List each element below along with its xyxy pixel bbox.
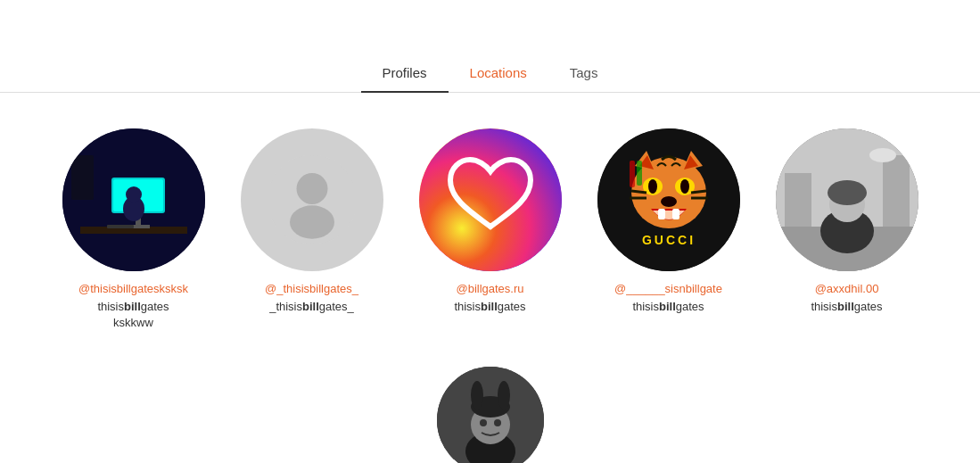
fullname-2: _thisisbillgates_	[269, 299, 354, 315]
svg-point-12	[290, 205, 334, 239]
svg-point-13	[419, 128, 562, 271]
profiles-grid: @thisisbillgatesksksk thisisbillgates ks…	[0, 128, 980, 331]
profile-card-5[interactable]: @axxdhil.00 thisisbillgates	[776, 128, 918, 331]
svg-point-46	[498, 381, 510, 409]
svg-rect-28	[630, 161, 635, 187]
username-3: @billgates.ru	[456, 282, 523, 295]
profile-card-1[interactable]: @thisisbillgatesksksk thisisbillgates ks…	[62, 128, 205, 331]
profile-card-2[interactable]: @_thisisbillgates_ _thisisbillgates_	[241, 128, 383, 331]
username-5: @axxdhil.00	[815, 282, 879, 295]
svg-text:GUCCI: GUCCI	[641, 233, 695, 247]
fullname-1: thisisbillgates kskkww	[97, 299, 169, 331]
svg-point-48	[494, 419, 501, 426]
username-1: @thisisbillgatesksksk	[78, 282, 188, 295]
fullname-4: thisisbillgates	[632, 299, 704, 315]
svg-rect-38	[883, 155, 910, 227]
profile-card-3[interactable]: @billgates.ru thisisbillgates	[419, 128, 562, 331]
svg-point-24	[661, 196, 677, 207]
avatar-5	[776, 128, 918, 271]
svg-point-23	[680, 179, 689, 194]
username-2: @_thisisbillgates_	[265, 282, 358, 295]
svg-point-39	[869, 148, 896, 162]
fullname-5: thisisbillgates	[811, 299, 882, 315]
bottom-profile-card[interactable]	[419, 367, 562, 463]
svg-rect-8	[107, 225, 134, 228]
tab-tags[interactable]: Tags	[548, 54, 620, 93]
svg-rect-25	[658, 209, 665, 219]
svg-rect-26	[672, 209, 679, 219]
svg-point-36	[828, 180, 867, 205]
tab-locations[interactable]: Locations	[449, 54, 548, 93]
svg-point-45	[471, 381, 483, 409]
username-4: @______sisnbillgate	[614, 282, 722, 295]
svg-point-7	[126, 186, 142, 203]
tab-profiles[interactable]: Profiles	[361, 54, 449, 93]
bottom-profile-area	[0, 367, 980, 463]
bottom-avatar	[437, 367, 544, 463]
svg-rect-37	[785, 173, 811, 227]
svg-point-11	[296, 173, 327, 204]
avatar-4: GUCCI	[597, 128, 740, 271]
avatar-2	[241, 128, 383, 271]
svg-point-22	[648, 179, 657, 194]
svg-rect-29	[637, 161, 642, 186]
fullname-3: thisisbillgates	[454, 299, 525, 315]
svg-rect-9	[71, 155, 94, 200]
avatar-3	[419, 128, 562, 271]
avatar-1	[62, 128, 205, 271]
svg-point-47	[480, 419, 487, 426]
profile-card-4[interactable]: GUCCI @______sisnbillgate thisisbillgate…	[597, 128, 740, 331]
tabs-container: Profiles Locations Tags	[0, 54, 980, 93]
